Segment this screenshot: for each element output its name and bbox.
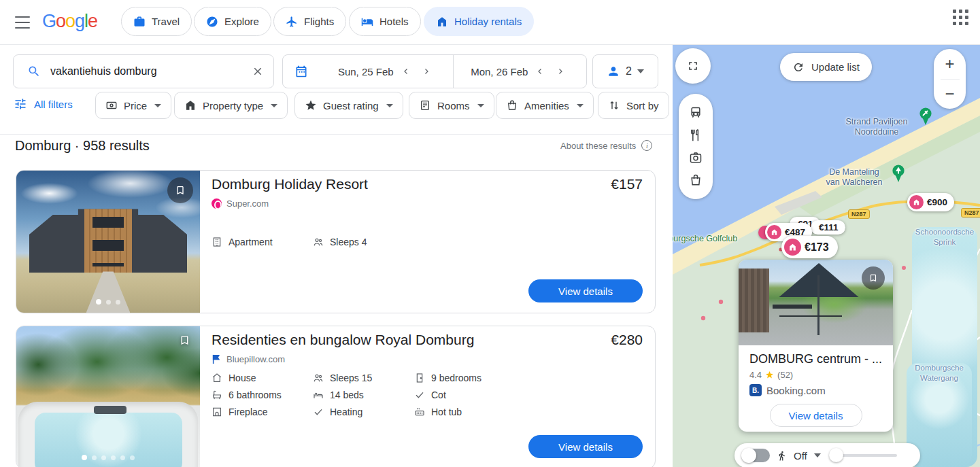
bookmark-icon[interactable]	[179, 334, 190, 346]
filter-chip-guest-rating[interactable]: Guest rating	[294, 92, 403, 119]
view-details-button[interactable]: View details	[528, 435, 643, 458]
date-range-picker: Sun, 25 Feb Mon, 26 Feb	[282, 54, 587, 88]
view-details-button[interactable]: View details	[528, 279, 643, 302]
person-icon	[607, 65, 620, 78]
listing-photo[interactable]	[16, 171, 200, 313]
popup-photo[interactable]	[739, 260, 893, 345]
filter-chip-rooms[interactable]: Rooms	[409, 92, 494, 119]
photo-gradient-layer	[86, 271, 131, 313]
amenity-cot: Cot	[414, 390, 523, 400]
amenities-row: Apartment Sleeps 4	[212, 237, 414, 247]
google-logo[interactable]: Google	[42, 11, 97, 32]
chip-rooms-label: Rooms	[437, 100, 470, 111]
layer-toggle-switch[interactable]	[743, 449, 770, 462]
star-icon	[765, 370, 774, 379]
map-price-pin[interactable]: €111	[811, 220, 845, 235]
checkout-segment[interactable]: Mon, 26 Feb	[454, 63, 587, 80]
listing-price: €280	[611, 332, 643, 348]
tab-travel[interactable]: Travel	[121, 7, 192, 36]
clear-search-icon[interactable]	[252, 65, 264, 77]
amenity-label: Cot	[431, 390, 446, 400]
bookmark-icon	[175, 185, 186, 196]
about-these-results-link[interactable]: About these results i	[560, 140, 652, 151]
road-shield-n287: N287	[848, 209, 870, 219]
bluepillow-logo-icon	[212, 354, 222, 364]
provider-name: Booking.com	[766, 385, 826, 396]
map-price-pin-selected[interactable]: €173	[781, 236, 838, 258]
photo-gradient-layer	[92, 217, 124, 266]
fullscreen-icon	[686, 59, 700, 73]
pin-house-icon	[767, 225, 781, 239]
checkin-next-icon[interactable]	[418, 63, 435, 80]
transit-icon[interactable]	[689, 106, 703, 120]
result-card: Residenties en bungalow Royal Domburg €2…	[16, 326, 656, 467]
chip-amenities-label: Amenities	[524, 100, 569, 111]
tab-hotels[interactable]: Hotels	[349, 7, 421, 36]
tab-travel-label: Travel	[152, 16, 180, 27]
star-icon	[305, 99, 317, 111]
photo-gradient-layer	[773, 305, 812, 309]
map-canvas[interactable]: Strand PaviljoenNoordduine De Mantelingv…	[673, 45, 980, 467]
tab-explore[interactable]: Explore	[194, 7, 271, 36]
hamburger-menu-icon[interactable]	[15, 16, 30, 29]
check-icon	[414, 390, 425, 400]
listing-title[interactable]: Residenties en bungalow Royal Domburg	[212, 332, 474, 348]
checkin-prev-icon[interactable]	[398, 63, 414, 80]
hotel-bed-icon	[361, 16, 373, 28]
guests-caret-icon	[637, 69, 644, 73]
view-details-button[interactable]: View details	[770, 404, 862, 427]
provider-name: Bluepillow.com	[226, 354, 285, 364]
amenity-apartment: Apartment	[212, 237, 313, 247]
layer-caret-icon[interactable]	[814, 453, 821, 457]
all-filters-button[interactable]: All filters	[14, 97, 73, 111]
house-icon	[436, 16, 448, 28]
section-divider	[0, 134, 673, 135]
suitcase-icon	[133, 16, 146, 28]
top-nav: Google Travel Explore Flights Hotels Hol…	[0, 0, 980, 45]
property-house-icon	[184, 99, 197, 111]
hot-tub-icon	[414, 407, 425, 417]
map-price-pin[interactable]: €900	[907, 193, 954, 211]
checkin-segment[interactable]: Sun, 25 Feb	[320, 63, 453, 80]
amenity-label: Heating	[330, 407, 362, 417]
zoom-out-button[interactable]: −	[934, 79, 966, 109]
listing-photo[interactable]	[16, 326, 200, 467]
shopping-bag-icon[interactable]	[689, 173, 703, 187]
pin-house-icon	[784, 239, 801, 256]
chip-caret-icon	[577, 104, 584, 107]
slider-handle[interactable]	[829, 448, 843, 462]
tab-holiday-rentals[interactable]: Holiday rentals	[424, 7, 534, 36]
map-listing-popup[interactable]: DOMBURG centrum - ... 4.4 (52) B. Bookin…	[739, 260, 893, 432]
checkout-prev-icon[interactable]	[532, 63, 548, 80]
amenities-grid: House Sleeps 15 9 bedrooms 6 bathrooms 1…	[212, 373, 523, 417]
super-com-logo-icon	[212, 198, 222, 209]
restaurants-icon[interactable]	[689, 128, 703, 142]
amenity-sleeps: Sleeps 4	[313, 237, 414, 247]
amenities-bag-icon	[506, 99, 518, 111]
travel-time-slider[interactable]	[832, 454, 897, 457]
camera-icon[interactable]	[689, 151, 703, 165]
sort-icon	[608, 99, 620, 111]
update-list-button[interactable]: Update list	[780, 53, 872, 81]
save-listing-button[interactable]	[862, 266, 885, 290]
save-listing-button[interactable]	[167, 177, 193, 203]
amenity-bedrooms: 9 bedrooms	[414, 373, 523, 383]
chip-caret-icon	[386, 104, 393, 107]
zoom-in-button[interactable]: +	[934, 49, 966, 79]
search-input[interactable]: vakantiehuis domburg	[13, 54, 274, 88]
tab-flights[interactable]: Flights	[273, 7, 346, 36]
expand-map-button[interactable]	[675, 48, 711, 84]
guests-selector[interactable]: 2	[592, 54, 658, 88]
chip-property-label: Property type	[203, 100, 263, 111]
filter-chip-amenities[interactable]: Amenities	[496, 92, 594, 119]
photo-gradient-layer	[94, 406, 126, 414]
filter-chip-property-type[interactable]: Property type	[174, 92, 288, 119]
checkout-date: Mon, 26 Feb	[471, 66, 528, 77]
filter-chip-price[interactable]: Price	[95, 92, 171, 119]
amenity-label: 6 bathrooms	[229, 390, 282, 400]
filter-chip-sort-by[interactable]: Sort by	[598, 92, 669, 119]
chip-caret-icon	[477, 104, 484, 107]
listing-title[interactable]: Domburg Holiday Resort	[212, 176, 368, 192]
checkout-next-icon[interactable]	[552, 63, 569, 80]
google-apps-grid-icon[interactable]	[953, 10, 970, 27]
